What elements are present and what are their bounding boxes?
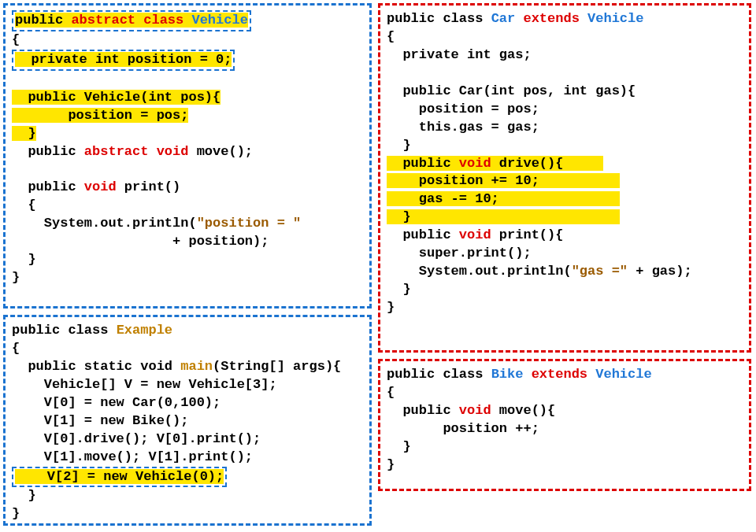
code-block-bike: public class Bike extends Vehicle { publ…	[378, 359, 751, 491]
code-car: public class Car extends Vehicle { priva…	[387, 10, 743, 317]
code-bike: public class Bike extends Vehicle { publ…	[387, 366, 743, 475]
code-block-vehicle: public abstract class Vehicle { private …	[3, 3, 372, 308]
code-vehicle: public abstract class Vehicle { private …	[12, 10, 363, 287]
code-block-car: public class Car extends Vehicle { priva…	[378, 3, 751, 353]
code-block-example: public class Example { public static voi…	[3, 315, 372, 526]
code-example: public class Example { public static voi…	[12, 322, 363, 523]
